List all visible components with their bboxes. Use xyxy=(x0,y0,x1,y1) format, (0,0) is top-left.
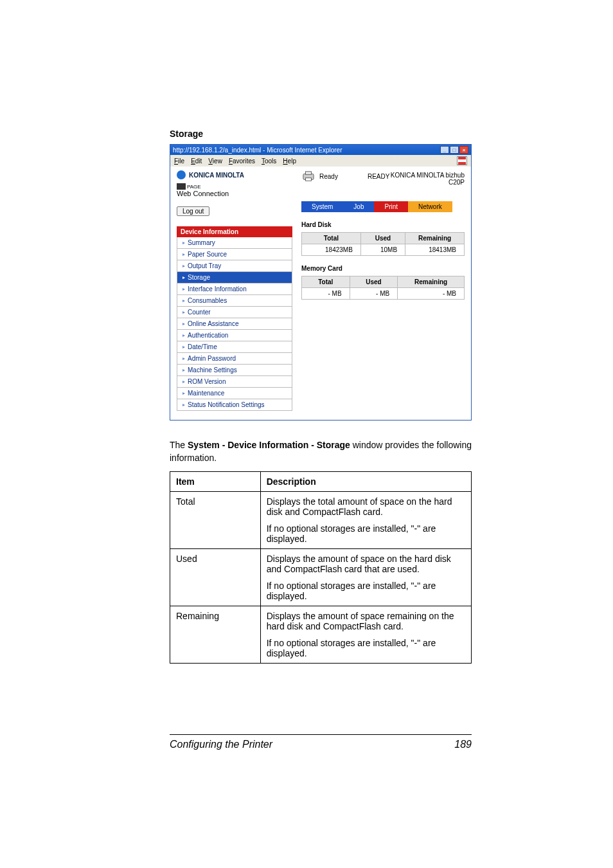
table-row: UsedDisplays the amount of space on the … xyxy=(170,548,472,606)
tab-job[interactable]: Job xyxy=(343,201,374,212)
menu-favorites[interactable]: Favorites xyxy=(229,158,255,165)
hd-col-remaining: Remaining xyxy=(405,233,465,244)
info-desc-paragraph: If no optional storages are installed, "… xyxy=(267,638,465,658)
sidebar-item-label: Counter xyxy=(188,309,211,316)
mc-val-total: - MB xyxy=(302,288,350,300)
menu-help[interactable]: Help xyxy=(283,158,296,165)
close-icon[interactable]: × xyxy=(459,146,468,154)
sidebar: Device Information ▸Summary▸Paper Source… xyxy=(177,226,292,411)
menu-view[interactable]: View xyxy=(208,158,222,165)
chevron-right-icon: ▸ xyxy=(182,367,185,373)
chevron-right-icon: ▸ xyxy=(182,332,185,338)
minimize-icon[interactable]: _ xyxy=(440,146,449,154)
chevron-right-icon: ▸ xyxy=(182,298,185,303)
info-table: Item Description TotalDisplays the total… xyxy=(170,471,472,664)
pagescope-icon xyxy=(177,183,186,190)
brand-logo: KONICA MINOLTA xyxy=(177,170,292,179)
info-desc: Displays the amount of space remaining o… xyxy=(260,606,471,663)
logout-button[interactable]: Log out xyxy=(177,206,209,216)
info-desc: Displays the amount of space on the hard… xyxy=(260,548,471,606)
info-desc-paragraph: Displays the total amount of space on th… xyxy=(267,496,465,517)
footer-title: Configuring the Printer xyxy=(170,739,272,750)
window-controls: _ □ × xyxy=(440,146,468,154)
chevron-right-icon: ▸ xyxy=(182,356,185,361)
sidebar-item-label: Authentication xyxy=(188,332,228,339)
memory-card-table: Total Used Remaining - MB - MB - MB xyxy=(301,276,465,300)
sidebar-item-online-assistance[interactable]: ▸Online Assistance xyxy=(177,318,292,330)
chevron-right-icon: ▸ xyxy=(182,321,185,327)
sidebar-item-label: Summary xyxy=(188,239,215,246)
device-model: KONICA MINOLTA bizhub C20P xyxy=(389,172,465,186)
sidebar-item-label: Maintenance xyxy=(188,390,224,397)
ready-label: Ready xyxy=(319,173,338,180)
chevron-right-icon: ▸ xyxy=(182,275,185,280)
menu-edit[interactable]: Edit xyxy=(191,158,202,165)
mc-val-remaining: - MB xyxy=(398,288,465,300)
tab-system[interactable]: System xyxy=(301,201,343,212)
footer-page-number: 189 xyxy=(454,739,472,750)
printer-icon xyxy=(301,170,315,182)
sidebar-item-authentication[interactable]: ▸Authentication xyxy=(177,330,292,341)
sidebar-item-output-tray[interactable]: ▸Output Tray xyxy=(177,260,292,272)
info-desc-paragraph: Displays the amount of space remaining o… xyxy=(267,611,465,631)
sidebar-item-maintenance[interactable]: ▸Maintenance xyxy=(177,388,292,399)
sidebar-item-summary[interactable]: ▸Summary xyxy=(177,237,292,249)
chevron-right-icon: ▸ xyxy=(182,344,185,350)
table-row: RemainingDisplays the amount of space re… xyxy=(170,606,472,663)
sidebar-item-date-time[interactable]: ▸Date/Time xyxy=(177,341,292,353)
sidebar-item-machine-settings[interactable]: ▸Machine Settings xyxy=(177,365,292,376)
hard-disk-table: Total Used Remaining 18423MB 10MB 18413M… xyxy=(301,232,465,256)
table-row: TotalDisplays the total amount of space … xyxy=(170,491,472,548)
window-title: http://192.168.1.2/a_index.html - Micros… xyxy=(173,147,342,154)
svg-rect-0 xyxy=(458,157,466,159)
tab-network[interactable]: Network xyxy=(408,201,452,212)
hd-val-used: 10MB xyxy=(360,244,405,256)
section-heading: Storage xyxy=(170,129,472,139)
tab-print[interactable]: Print xyxy=(374,201,408,212)
maximize-icon[interactable]: □ xyxy=(450,146,459,154)
sidebar-item-label: Paper Source xyxy=(188,251,227,258)
svg-rect-1 xyxy=(458,159,466,162)
sidebar-item-label: Output Tray xyxy=(188,262,221,269)
chevron-right-icon: ▸ xyxy=(182,379,185,384)
mc-val-used: - MB xyxy=(350,288,398,300)
chevron-right-icon: ▸ xyxy=(182,309,185,315)
menu-tools[interactable]: Tools xyxy=(262,158,276,165)
sidebar-item-paper-source[interactable]: ▸Paper Source xyxy=(177,249,292,260)
sidebar-item-label: Date/Time xyxy=(188,343,217,350)
sidebar-item-interface-information[interactable]: ▸Interface Information xyxy=(177,284,292,295)
sidebar-item-rom-version[interactable]: ▸ROM Version xyxy=(177,376,292,388)
sidebar-item-counter[interactable]: ▸Counter xyxy=(177,307,292,318)
description-text: The System - Device Information - Storag… xyxy=(170,439,472,465)
sidebar-item-storage[interactable]: ▸Storage xyxy=(177,272,292,284)
info-desc-paragraph: Displays the amount of space on the hard… xyxy=(267,554,465,574)
info-header-item: Item xyxy=(170,471,261,491)
hd-val-remaining: 18413MB xyxy=(405,244,465,256)
page-footer: Configuring the Printer 189 xyxy=(170,734,472,750)
info-item: Remaining xyxy=(170,606,261,663)
menu-file[interactable]: File xyxy=(174,158,184,165)
sidebar-item-admin-password[interactable]: ▸Admin Password xyxy=(177,353,292,365)
menubar: File Edit View Favorites Tools Help xyxy=(170,155,471,167)
chevron-right-icon: ▸ xyxy=(182,263,185,269)
svg-rect-4 xyxy=(306,172,312,175)
browser-window: http://192.168.1.2/a_index.html - Micros… xyxy=(170,144,472,420)
sidebar-item-status-notification-settings[interactable]: ▸Status Notification Settings xyxy=(177,399,292,411)
sidebar-header: Device Information xyxy=(177,226,292,237)
sidebar-item-consumables[interactable]: ▸Consumables xyxy=(177,295,292,307)
info-desc-paragraph: If no optional storages are installed, "… xyxy=(267,523,465,544)
sidebar-item-label: Admin Password xyxy=(188,355,236,362)
sidebar-item-label: ROM Version xyxy=(188,378,226,385)
info-header-desc: Description xyxy=(260,471,471,491)
sidebar-item-label: Machine Settings xyxy=(188,366,237,374)
brand-dot-icon xyxy=(177,170,186,179)
info-desc-paragraph: If no optional storages are installed, "… xyxy=(267,581,465,601)
chevron-right-icon: ▸ xyxy=(182,402,185,408)
hd-col-total: Total xyxy=(302,233,361,244)
hd-col-used: Used xyxy=(360,233,405,244)
sidebar-item-label: Online Assistance xyxy=(188,320,239,327)
info-item: Total xyxy=(170,491,261,548)
sidebar-item-label: Status Notification Settings xyxy=(188,401,265,408)
chevron-right-icon: ▸ xyxy=(182,286,185,292)
info-item: Used xyxy=(170,548,261,606)
